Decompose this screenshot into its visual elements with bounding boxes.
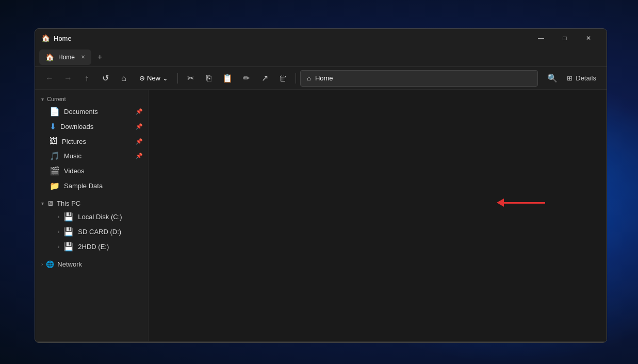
- sidebar: ▾ Current 📄 Documents 📌 ⬇ Downloads 📌 🖼 …: [35, 90, 149, 341]
- 2hdd-expand-icon: ›: [58, 244, 59, 250]
- sidebar-item-sdd[interactable]: › 💾 SD CARD (D:): [35, 224, 148, 239]
- tab-home[interactable]: 🏠 Home ✕: [39, 49, 91, 65]
- explorer-maximize-btn[interactable]: □: [553, 29, 577, 47]
- new-tab-btn[interactable]: +: [93, 53, 106, 62]
- tab-home-label: Home: [58, 54, 75, 61]
- arrow-annotation: [497, 198, 545, 207]
- downloads-icon: ⬇: [50, 122, 56, 131]
- new-label: New: [147, 74, 160, 82]
- new-chevron-icon: ⌄: [162, 74, 168, 82]
- toolbar: ← → ↑ ↺ ⌂ ⊕ New ⌄ ✂ ⎘ 📋 ✏ ↗ 🗑 ⌂ Home 🔍 ⊞…: [35, 67, 607, 90]
- sidebar-item-sampledata[interactable]: 📁 Sample Data: [35, 178, 148, 193]
- forward-btn[interactable]: →: [60, 70, 76, 87]
- details-label: Details: [576, 74, 596, 82]
- home-btn[interactable]: ⌂: [116, 70, 132, 87]
- pin-icon-music: 📌: [136, 153, 143, 159]
- sidebar-pinned-header[interactable]: ▾ Current: [35, 94, 148, 104]
- tab-close-icon[interactable]: ✕: [81, 54, 85, 60]
- sidebar-item-2hdd-label: 2HDD (E:): [78, 243, 109, 251]
- arrow-body: [497, 198, 545, 207]
- network-chevron-icon: ›: [41, 261, 43, 267]
- sidebar-item-music-label: Music: [64, 152, 81, 160]
- explorer-minimize-btn[interactable]: —: [529, 29, 553, 47]
- pictures-icon: 🖼: [50, 137, 58, 146]
- sidebar-network-header[interactable]: › 🌐 Network: [35, 258, 148, 270]
- share-btn[interactable]: ↗: [256, 70, 273, 87]
- back-btn[interactable]: ←: [41, 70, 58, 87]
- localc-expand-icon: ›: [58, 214, 59, 220]
- explorer-title-text: Home: [54, 35, 525, 42]
- explorer-window: 🏠 Home — □ ✕ 🏠 Home ✕ + ← → ↑ ↺ ⌂ ⊕ New …: [35, 28, 607, 343]
- thispc-chevron-icon: ▾: [41, 201, 44, 206]
- sidebar-thispc-header[interactable]: ▾ 🖥 This PC: [35, 197, 148, 209]
- sidebar-item-music[interactable]: 🎵 Music 📌: [35, 148, 148, 163]
- sdd-drive-icon: 💾: [63, 227, 74, 237]
- address-home-icon: ⌂: [307, 74, 311, 82]
- sidebar-item-sdd-label: SD CARD (D:): [78, 228, 121, 236]
- sidebar-network-label: Network: [57, 260, 82, 268]
- toolbar-separator-2: [296, 73, 296, 84]
- explorer-right-panel: [149, 90, 607, 341]
- sidebar-item-sampledata-label: Sample Data: [64, 182, 103, 190]
- arrow-line: [504, 202, 545, 204]
- documents-icon: 📄: [50, 107, 60, 117]
- details-icon: ⊞: [567, 74, 572, 82]
- tab-home-icon: 🏠: [45, 53, 54, 61]
- search-btn[interactable]: 🔍: [544, 70, 561, 87]
- sidebar-item-localc-label: Local Disk (C:): [78, 213, 122, 221]
- sidebar-item-videos-label: Videos: [64, 167, 85, 175]
- up-btn[interactable]: ↑: [78, 70, 95, 87]
- pin-icon-downloads: 📌: [136, 123, 143, 130]
- address-bar[interactable]: ⌂ Home: [300, 70, 538, 87]
- localc-drive-icon: 💾: [63, 212, 74, 222]
- address-value: Home: [315, 74, 333, 82]
- 2hdd-drive-icon: 💾: [63, 242, 74, 252]
- status-bar: 6 items |: [35, 341, 607, 343]
- sidebar-thispc-label: This PC: [57, 200, 80, 207]
- refresh-btn[interactable]: ↺: [97, 70, 113, 87]
- explorer-window-controls: — □ ✕: [529, 29, 600, 47]
- sidebar-item-2hdd[interactable]: › 💾 2HDD (E:): [35, 239, 148, 254]
- sidebar-item-pictures-label: Pictures: [62, 138, 86, 145]
- explorer-title-bar: 🏠 Home — □ ✕: [35, 29, 607, 47]
- sidebar-item-videos[interactable]: 🎬 Videos: [35, 163, 148, 178]
- explorer-close-btn[interactable]: ✕: [577, 29, 600, 47]
- new-icon: ⊕: [139, 74, 145, 82]
- arrow-head: [497, 198, 504, 207]
- pin-icon-pictures: 📌: [136, 138, 143, 145]
- sidebar-item-documents[interactable]: 📄 Documents 📌: [35, 104, 148, 119]
- new-button[interactable]: ⊕ New ⌄: [134, 70, 173, 87]
- details-btn[interactable]: ⊞ Details: [563, 74, 600, 82]
- pin-icon-documents: 📌: [136, 108, 143, 115]
- rename-btn[interactable]: ✏: [238, 70, 254, 87]
- tab-bar: 🏠 Home ✕ +: [35, 47, 607, 67]
- main-content: ▾ Current 📄 Documents 📌 ⬇ Downloads 📌 🖼 …: [35, 90, 607, 341]
- cut-btn[interactable]: ✂: [182, 70, 199, 87]
- sidebar-item-downloads-label: Downloads: [60, 123, 93, 130]
- network-icon: 🌐: [46, 260, 54, 268]
- sidebar-item-downloads[interactable]: ⬇ Downloads 📌: [35, 119, 148, 134]
- sampledata-icon: 📁: [50, 181, 60, 191]
- videos-icon: 🎬: [50, 166, 60, 176]
- explorer-window-icon: 🏠: [41, 34, 50, 42]
- paste-btn[interactable]: 📋: [219, 70, 236, 87]
- sidebar-item-pictures[interactable]: 🖼 Pictures 📌: [35, 134, 148, 148]
- pinned-chevron-icon: ▾: [41, 96, 44, 102]
- sidebar-item-documents-label: Documents: [64, 108, 98, 115]
- sidebar-item-localc[interactable]: › 💾 Local Disk (C:): [35, 209, 148, 224]
- toolbar-separator-1: [177, 73, 178, 84]
- thispc-icon: 🖥: [47, 200, 54, 207]
- sidebar-pinned-label: Current: [47, 96, 66, 102]
- copy-btn[interactable]: ⎘: [201, 70, 217, 87]
- delete-btn[interactable]: 🗑: [275, 70, 291, 87]
- sdd-expand-icon: ›: [58, 229, 59, 235]
- music-icon: 🎵: [50, 151, 60, 161]
